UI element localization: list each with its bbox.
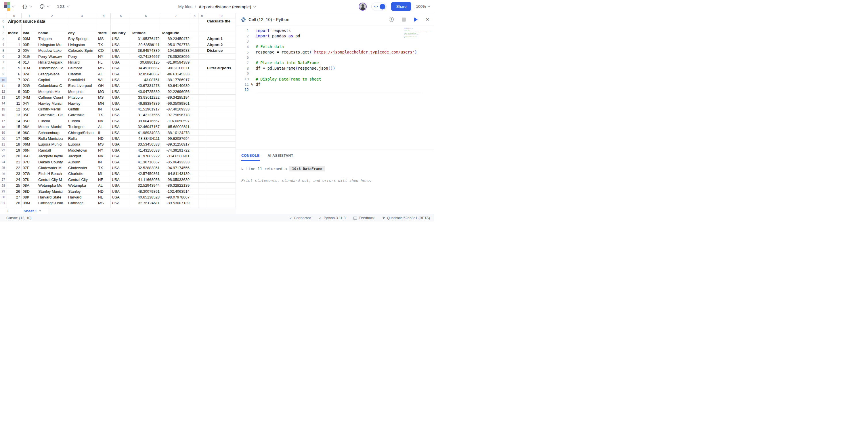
cell[interactable]: 41.51961917 xyxy=(131,107,161,112)
cell[interactable] xyxy=(131,19,161,24)
cell[interactable]: Carthage xyxy=(67,200,97,206)
cell[interactable]: Chicago/Schau xyxy=(67,130,97,136)
cell[interactable]: USA xyxy=(111,83,131,89)
cell[interactable]: Belmont xyxy=(67,65,97,71)
cell[interactable]: Harvard xyxy=(67,195,97,200)
file-name[interactable]: Airports distance (example) xyxy=(199,4,251,9)
cell[interactable] xyxy=(191,188,198,194)
cell[interactable] xyxy=(206,165,236,171)
row-header[interactable]: 29 xyxy=(0,188,7,194)
cell[interactable]: NE xyxy=(97,177,111,183)
cell[interactable]: city xyxy=(67,30,97,36)
cell[interactable] xyxy=(191,71,198,77)
cell[interactable] xyxy=(191,54,198,59)
cell[interactable] xyxy=(191,19,198,24)
cell[interactable] xyxy=(67,24,97,30)
add-sheet-button[interactable]: + xyxy=(0,208,16,214)
cell[interactable]: 32.11931306 xyxy=(131,206,161,208)
cell[interactable]: USA xyxy=(111,206,131,208)
cell[interactable] xyxy=(198,206,206,208)
cell[interactable]: -89.23450472 xyxy=(161,36,191,42)
cell[interactable] xyxy=(191,200,198,206)
cell[interactable]: Tuskegee xyxy=(67,124,97,130)
cell[interactable]: -89.53007139 xyxy=(161,200,191,206)
cell[interactable] xyxy=(191,153,198,159)
row-header[interactable]: 28 xyxy=(0,183,7,188)
cell[interactable] xyxy=(206,206,236,208)
cell[interactable]: USA xyxy=(111,148,131,153)
cell[interactable]: 05C xyxy=(22,107,37,112)
cell[interactable]: USA xyxy=(111,100,131,106)
cell[interactable] xyxy=(198,107,206,112)
help-icon[interactable]: ? xyxy=(389,17,394,22)
row-header[interactable]: 16 xyxy=(0,112,7,118)
column-header[interactable]: 5 xyxy=(111,13,131,19)
cell[interactable]: Griffith-Merrill xyxy=(37,107,67,112)
app-menu[interactable] xyxy=(4,2,14,11)
cell[interactable] xyxy=(198,130,206,136)
cell[interactable]: 03D xyxy=(22,89,37,95)
row-header[interactable]: 4 xyxy=(0,42,7,48)
cell[interactable]: -96.35089861 xyxy=(161,100,191,106)
cell[interactable]: 07C xyxy=(22,159,37,165)
cell[interactable] xyxy=(198,77,206,83)
cell[interactable]: USA xyxy=(111,118,131,124)
row-header[interactable]: 12 xyxy=(0,89,7,95)
cell[interactable] xyxy=(97,24,111,30)
cell[interactable]: 07G xyxy=(22,171,37,177)
code-line[interactable]: 11↳df xyxy=(236,82,434,87)
cell[interactable]: USA xyxy=(111,177,131,183)
cell[interactable]: Capitol xyxy=(37,77,67,83)
cell[interactable]: USA xyxy=(111,107,131,112)
cell[interactable] xyxy=(198,48,206,54)
cell[interactable]: AL xyxy=(97,183,111,188)
cell[interactable]: -89.31256917 xyxy=(161,142,191,147)
breadcrumb-my-files[interactable]: My files xyxy=(178,4,192,9)
cell[interactable]: 15 xyxy=(7,124,22,130)
cell[interactable]: 30.6880125 xyxy=(131,60,161,65)
cell[interactable]: 30.68586111 xyxy=(131,42,161,48)
cell[interactable]: TX xyxy=(97,112,111,118)
cell[interactable]: AL xyxy=(97,206,111,208)
stop-icon[interactable] xyxy=(402,18,406,22)
row-header[interactable]: 19 xyxy=(0,130,7,136)
cell[interactable]: 23 xyxy=(7,171,22,177)
cell[interactable] xyxy=(198,142,206,147)
cell[interactable]: -84.81143139 xyxy=(161,171,191,177)
cell[interactable]: Perry-Warsaw xyxy=(37,54,67,59)
share-button[interactable]: Share xyxy=(391,2,411,11)
cell[interactable]: -116.0050597 xyxy=(161,118,191,124)
cell[interactable] xyxy=(198,177,206,183)
cell[interactable]: NY xyxy=(97,148,111,153)
cell[interactable] xyxy=(198,42,206,48)
cell[interactable] xyxy=(198,200,206,206)
cell[interactable]: MS xyxy=(97,36,111,42)
cell[interactable]: index xyxy=(7,30,22,36)
cell[interactable]: Randall xyxy=(37,148,67,153)
cell[interactable]: 41.11668056 xyxy=(131,177,161,183)
cell[interactable]: 40.67331278 xyxy=(131,83,161,89)
code-line[interactable]: 5response = requests.get('https://jsonpl… xyxy=(236,50,434,55)
cell[interactable]: 01M xyxy=(22,65,37,71)
cell[interactable]: Livingston Mu xyxy=(37,42,67,48)
row-header[interactable]: 25 xyxy=(0,165,7,171)
cell[interactable]: country xyxy=(111,30,131,36)
cell[interactable]: 41.30716667 xyxy=(131,159,161,165)
cell[interactable]: Charlotte xyxy=(67,171,97,177)
cell[interactable] xyxy=(191,159,198,165)
cell[interactable]: 32.46047167 xyxy=(131,124,161,130)
cell[interactable] xyxy=(206,124,236,130)
cell[interactable] xyxy=(198,71,206,77)
cell[interactable]: Schaumburg xyxy=(37,130,67,136)
cell[interactable] xyxy=(191,24,198,30)
cell[interactable]: IL xyxy=(97,130,111,136)
cell[interactable] xyxy=(206,130,236,136)
column-header[interactable]: 7 xyxy=(161,13,191,19)
cell[interactable] xyxy=(191,65,198,71)
cell[interactable] xyxy=(206,188,236,194)
cell[interactable]: IN xyxy=(97,159,111,165)
cell[interactable]: Griffith xyxy=(67,107,97,112)
cell[interactable] xyxy=(206,60,236,65)
column-header[interactable]: 10 xyxy=(206,13,236,19)
row-header[interactable]: 0 xyxy=(0,19,7,24)
